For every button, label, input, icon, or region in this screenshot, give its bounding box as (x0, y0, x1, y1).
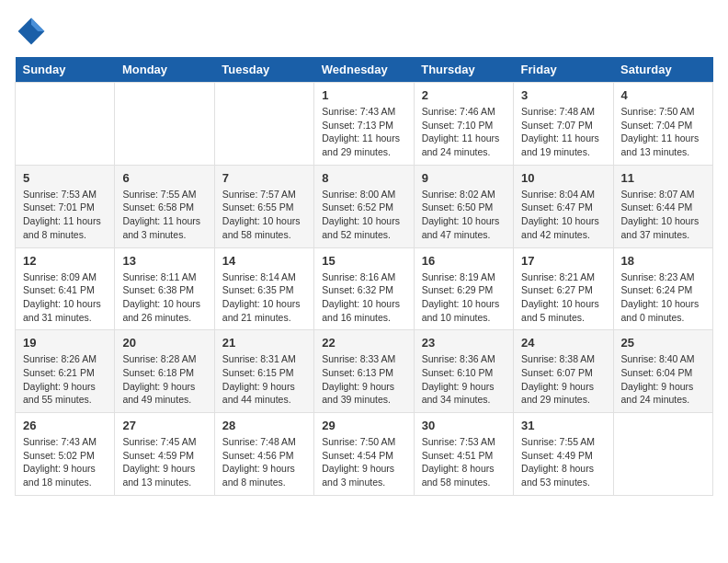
day-info: Sunrise: 8:19 AMSunset: 6:29 PMDaylight:… (422, 270, 506, 325)
calendar-cell: 25Sunrise: 8:40 AMSunset: 6:04 PMDayligh… (613, 330, 712, 413)
day-number: 6 (122, 171, 206, 185)
day-number: 14 (222, 254, 306, 268)
day-number: 15 (322, 254, 405, 268)
calendar-cell (16, 83, 115, 166)
day-info: Sunrise: 7:48 AMSunset: 4:56 PMDaylight:… (222, 435, 306, 489)
calendar-cell: 24Sunrise: 8:38 AMSunset: 6:07 PMDayligh… (514, 330, 613, 413)
calendar-cell: 29Sunrise: 7:50 AMSunset: 4:54 PMDayligh… (314, 413, 414, 496)
day-number: 27 (122, 419, 206, 432)
calendar-cell (214, 83, 313, 166)
day-number: 31 (521, 419, 605, 432)
calendar-week-row: 19Sunrise: 8:26 AMSunset: 6:21 PMDayligh… (16, 330, 713, 413)
day-info: Sunrise: 7:53 AMSunset: 7:01 PMDaylight:… (23, 188, 107, 242)
calendar-cell (613, 413, 712, 496)
day-info: Sunrise: 8:21 AMSunset: 6:27 PMDaylight:… (521, 270, 605, 325)
day-number: 9 (422, 171, 506, 185)
calendar-cell: 28Sunrise: 7:48 AMSunset: 4:56 PMDayligh… (214, 413, 313, 496)
calendar-cell: 3Sunrise: 7:48 AMSunset: 7:07 PMDaylight… (514, 83, 613, 166)
day-number: 11 (621, 171, 705, 185)
day-number: 2 (422, 88, 506, 102)
calendar-cell: 10Sunrise: 8:04 AMSunset: 6:47 PMDayligh… (514, 165, 613, 247)
day-number: 28 (222, 419, 306, 432)
day-info: Sunrise: 8:07 AMSunset: 6:44 PMDaylight:… (621, 188, 705, 242)
calendar-header-row: SundayMondayTuesdayWednesdayThursdayFrid… (16, 57, 713, 83)
calendar-table: SundayMondayTuesdayWednesdayThursdayFrid… (15, 57, 713, 496)
day-number: 26 (23, 419, 107, 432)
day-number: 18 (621, 254, 705, 268)
day-info: Sunrise: 8:28 AMSunset: 6:18 PMDaylight:… (122, 352, 206, 407)
calendar-cell (115, 83, 214, 166)
calendar-cell: 9Sunrise: 8:02 AMSunset: 6:50 PMDaylight… (414, 165, 513, 247)
day-info: Sunrise: 8:23 AMSunset: 6:24 PMDaylight:… (621, 270, 705, 325)
day-info: Sunrise: 7:50 AMSunset: 4:54 PMDaylight:… (322, 435, 405, 489)
day-number: 29 (322, 419, 405, 432)
day-info: Sunrise: 8:33 AMSunset: 6:13 PMDaylight:… (322, 352, 405, 407)
calendar-cell: 31Sunrise: 7:55 AMSunset: 4:49 PMDayligh… (514, 413, 613, 496)
calendar-cell: 4Sunrise: 7:50 AMSunset: 7:04 PMDaylight… (613, 83, 712, 166)
calendar-cell: 11Sunrise: 8:07 AMSunset: 6:44 PMDayligh… (613, 165, 712, 247)
day-info: Sunrise: 8:31 AMSunset: 6:15 PMDaylight:… (222, 352, 306, 407)
calendar-header-monday: Monday (115, 57, 214, 83)
day-number: 3 (521, 88, 605, 102)
day-number: 23 (422, 336, 506, 350)
calendar-cell: 7Sunrise: 7:57 AMSunset: 6:55 PMDaylight… (214, 165, 313, 247)
calendar-cell: 6Sunrise: 7:55 AMSunset: 6:58 PMDaylight… (115, 165, 214, 247)
day-number: 17 (521, 254, 605, 268)
day-info: Sunrise: 7:57 AMSunset: 6:55 PMDaylight:… (222, 188, 306, 242)
day-info: Sunrise: 8:26 AMSunset: 6:21 PMDaylight:… (23, 352, 107, 407)
day-info: Sunrise: 8:14 AMSunset: 6:35 PMDaylight:… (222, 270, 306, 325)
day-info: Sunrise: 7:48 AMSunset: 7:07 PMDaylight:… (521, 105, 605, 159)
day-info: Sunrise: 7:53 AMSunset: 4:51 PMDaylight:… (422, 435, 506, 489)
day-info: Sunrise: 7:46 AMSunset: 7:10 PMDaylight:… (422, 105, 506, 159)
day-info: Sunrise: 8:40 AMSunset: 6:04 PMDaylight:… (621, 352, 705, 407)
page-header (15, 15, 713, 48)
day-number: 20 (122, 336, 206, 350)
day-number: 7 (222, 171, 306, 185)
calendar-cell: 12Sunrise: 8:09 AMSunset: 6:41 PMDayligh… (16, 247, 115, 330)
logo-icon (15, 15, 48, 48)
calendar-header-tuesday: Tuesday (214, 57, 313, 83)
day-number: 25 (621, 336, 705, 350)
calendar-header-wednesday: Wednesday (314, 57, 414, 83)
calendar-cell: 16Sunrise: 8:19 AMSunset: 6:29 PMDayligh… (414, 247, 513, 330)
day-number: 16 (422, 254, 506, 268)
day-info: Sunrise: 8:00 AMSunset: 6:52 PMDaylight:… (322, 188, 405, 242)
day-info: Sunrise: 7:50 AMSunset: 7:04 PMDaylight:… (621, 105, 705, 159)
day-info: Sunrise: 8:16 AMSunset: 6:32 PMDaylight:… (322, 270, 405, 325)
day-number: 21 (222, 336, 306, 350)
calendar-cell: 15Sunrise: 8:16 AMSunset: 6:32 PMDayligh… (314, 247, 414, 330)
day-number: 12 (23, 254, 107, 268)
day-number: 24 (521, 336, 605, 350)
calendar-header-thursday: Thursday (414, 57, 513, 83)
calendar-cell: 26Sunrise: 7:43 AMSunset: 5:02 PMDayligh… (16, 413, 115, 496)
calendar-cell: 2Sunrise: 7:46 AMSunset: 7:10 PMDaylight… (414, 83, 513, 166)
calendar-cell: 19Sunrise: 8:26 AMSunset: 6:21 PMDayligh… (16, 330, 115, 413)
day-number: 19 (23, 336, 107, 350)
day-number: 1 (322, 88, 405, 102)
day-info: Sunrise: 8:36 AMSunset: 6:10 PMDaylight:… (422, 352, 506, 407)
calendar-cell: 18Sunrise: 8:23 AMSunset: 6:24 PMDayligh… (613, 247, 712, 330)
calendar-week-row: 26Sunrise: 7:43 AMSunset: 5:02 PMDayligh… (16, 413, 713, 496)
calendar-cell: 27Sunrise: 7:45 AMSunset: 4:59 PMDayligh… (115, 413, 214, 496)
day-info: Sunrise: 8:02 AMSunset: 6:50 PMDaylight:… (422, 188, 506, 242)
calendar-week-row: 12Sunrise: 8:09 AMSunset: 6:41 PMDayligh… (16, 247, 713, 330)
day-number: 30 (422, 419, 506, 432)
calendar-week-row: 5Sunrise: 7:53 AMSunset: 7:01 PMDaylight… (16, 165, 713, 247)
calendar-header-saturday: Saturday (613, 57, 712, 83)
calendar-week-row: 1Sunrise: 7:43 AMSunset: 7:13 PMDaylight… (16, 83, 713, 166)
calendar-cell: 22Sunrise: 8:33 AMSunset: 6:13 PMDayligh… (314, 330, 414, 413)
day-number: 13 (122, 254, 206, 268)
day-info: Sunrise: 7:55 AMSunset: 4:49 PMDaylight:… (521, 435, 605, 489)
day-number: 22 (322, 336, 405, 350)
day-info: Sunrise: 7:43 AMSunset: 7:13 PMDaylight:… (322, 105, 405, 159)
calendar-cell: 1Sunrise: 7:43 AMSunset: 7:13 PMDaylight… (314, 83, 414, 166)
day-info: Sunrise: 7:43 AMSunset: 5:02 PMDaylight:… (23, 435, 107, 489)
day-number: 5 (23, 171, 107, 185)
day-info: Sunrise: 7:45 AMSunset: 4:59 PMDaylight:… (122, 435, 206, 489)
calendar-header-friday: Friday (514, 57, 613, 83)
day-info: Sunrise: 8:04 AMSunset: 6:47 PMDaylight:… (521, 188, 605, 242)
calendar-cell: 13Sunrise: 8:11 AMSunset: 6:38 PMDayligh… (115, 247, 214, 330)
day-info: Sunrise: 8:38 AMSunset: 6:07 PMDaylight:… (521, 352, 605, 407)
calendar-cell: 20Sunrise: 8:28 AMSunset: 6:18 PMDayligh… (115, 330, 214, 413)
day-number: 4 (621, 88, 705, 102)
